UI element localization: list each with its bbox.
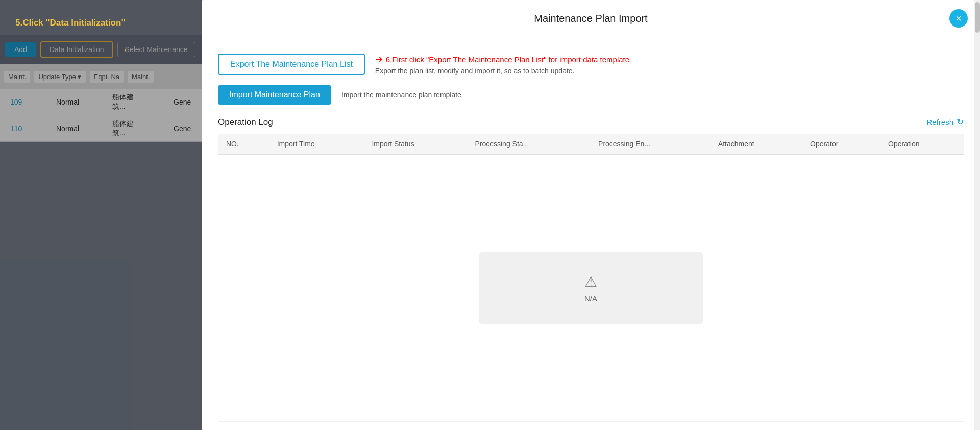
export-maintenance-plan-button[interactable]: Export The Maintenance Plan List (218, 54, 365, 75)
col-attachment: Attachment (710, 134, 802, 155)
arrow-right-step6-icon: ➜ (375, 54, 383, 65)
modal-close-button[interactable]: × (949, 9, 968, 28)
col-no: NO. (218, 134, 269, 155)
step6-text: 6.First click "Export The Maintenance Pl… (386, 55, 629, 64)
col-processing-start: Processing Sta... (467, 134, 590, 155)
header-divider (202, 37, 980, 37)
empty-state: ⚠ N/A (479, 252, 703, 324)
step5-annotation: 5.Click "Data Initialization" (15, 18, 125, 30)
empty-row: ⚠ N/A (218, 155, 964, 422)
col-operator: Operator (802, 134, 880, 155)
table-header-row: NO. Import Time Import Status Processing… (218, 134, 964, 155)
empty-text: N/A (584, 294, 597, 303)
refresh-label: Refresh (926, 118, 953, 127)
modal-title: Maintenance Plan Import (232, 13, 949, 24)
operation-log-title: Operation Log (218, 117, 273, 128)
maintenance-plan-import-modal: Maintenance Plan Import × Export The Mai… (202, 0, 980, 430)
modal-scrollbar[interactable] (974, 0, 980, 430)
scrollbar-thumb (975, 2, 980, 33)
import-maintenance-plan-button[interactable]: Import Maintenance Plan (218, 85, 331, 105)
operation-log-header: Operation Log Refresh ↻ (218, 117, 964, 128)
refresh-button[interactable]: Refresh ↻ (926, 117, 964, 128)
export-section: Export The Maintenance Plan List ➜ 6.Fir… (218, 54, 964, 75)
import-section: Import Maintenance Plan Import the maint… (218, 85, 964, 105)
col-import-status: Import Status (363, 134, 467, 155)
refresh-icon: ↻ (957, 117, 964, 128)
import-description: Import the maintenance plan template (341, 91, 461, 99)
export-right: ➜ 6.First click "Export The Maintenance … (375, 54, 629, 75)
col-operation: Operation (880, 134, 964, 155)
modal-body: Export The Maintenance Plan List ➜ 6.Fir… (202, 45, 980, 430)
modal-header: Maintenance Plan Import × (202, 0, 980, 35)
arrow-right-icon: → (117, 43, 129, 57)
step6-annotation: ➜ 6.First click "Export The Maintenance … (375, 54, 629, 65)
operation-log-table: NO. Import Time Import Status Processing… (218, 134, 964, 422)
warning-icon: ⚠ (584, 273, 597, 290)
export-left: Export The Maintenance Plan List (218, 54, 365, 75)
step5-text: 5.Click "Data Initialization" (15, 18, 125, 28)
export-description: Export the plan list, modify and import … (375, 67, 629, 75)
col-processing-end: Processing En... (590, 134, 710, 155)
col-import-time: Import Time (269, 134, 364, 155)
